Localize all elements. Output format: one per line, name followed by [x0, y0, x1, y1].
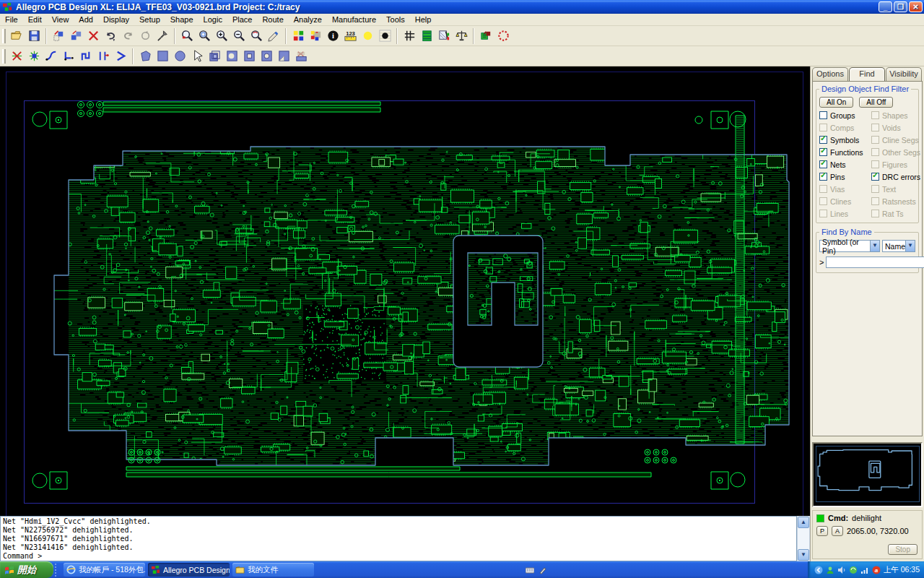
spread-lines-button[interactable] [95, 48, 112, 65]
find-name-input[interactable] [826, 256, 924, 268]
menu-place[interactable]: Place [227, 14, 258, 25]
minimap-canvas[interactable] [815, 445, 920, 503]
pcb-design-canvas[interactable] [0, 66, 810, 516]
void-circle-button[interactable] [258, 48, 275, 65]
void-rect-button[interactable] [240, 48, 258, 65]
task-allegro[interactable]: Allegro PCB Design X... [148, 563, 230, 577]
menu-edit[interactable]: Edit [23, 14, 47, 25]
move-button[interactable] [50, 27, 67, 45]
language-bar[interactable] [526, 566, 547, 574]
menu-manufacture[interactable]: Manufacture [327, 14, 381, 25]
copy-button[interactable] [67, 27, 84, 45]
volume-icon[interactable] [837, 566, 846, 574]
shove-button[interactable] [494, 27, 512, 45]
checkbox-functions[interactable]: ✓Functions [819, 147, 871, 157]
checkbox-text[interactable]: ✓Text [871, 184, 923, 194]
menu-shape[interactable]: Shape [165, 14, 199, 25]
menu-route[interactable]: Route [257, 14, 288, 25]
select-shape-button[interactable] [188, 48, 206, 65]
menu-add[interactable]: Add [74, 14, 98, 25]
menu-file[interactable]: File [0, 14, 23, 25]
pcb-layout[interactable] [0, 66, 810, 516]
checkbox-symbols[interactable]: ✓Symbols [819, 135, 871, 144]
console-command-prompt[interactable]: Command > [3, 552, 794, 561]
title-bar[interactable]: Allegro PCB Design XL: ELIJA_TFE03_V03-0… [0, 0, 924, 14]
vertex-button[interactable] [60, 48, 77, 65]
task-browser[interactable]: 我的帳戶 - 518外包... [64, 563, 145, 577]
menu-logic[interactable]: Logic [199, 14, 227, 25]
color-brush-button[interactable] [265, 27, 282, 45]
zoom-fit-button[interactable] [196, 27, 213, 45]
scroll-up-arrow[interactable]: ▲ [798, 517, 809, 528]
task-my-documents[interactable]: 我的文件 [232, 563, 314, 577]
menu-analyze[interactable]: Analyze [289, 14, 327, 25]
menu-tools[interactable]: Tools [381, 14, 410, 25]
slide-button[interactable] [77, 48, 95, 65]
delete-button[interactable] [84, 27, 102, 45]
shape-edit-boundary-button[interactable] [275, 48, 292, 65]
checkbox-shapes[interactable]: ✓Shapes [871, 111, 923, 120]
checkbox-comps[interactable]: ✓Comps [819, 123, 871, 132]
color-priority-button[interactable] [307, 27, 324, 45]
console-scrollbar[interactable]: ▲ ▼ [797, 516, 810, 561]
shape-circle-button[interactable] [171, 48, 188, 65]
tab-visibility[interactable]: Visibility [886, 67, 922, 81]
shadow-mode-button[interactable] [435, 27, 453, 45]
update-ball-icon[interactable] [849, 566, 858, 574]
unrats-all-button[interactable] [8, 48, 25, 65]
redo-button[interactable] [119, 27, 136, 45]
menu-display[interactable]: Display [98, 14, 134, 25]
minimize-button[interactable]: _ [879, 1, 892, 12]
zoom-out-button[interactable] [230, 27, 248, 45]
find-mode-dropdown[interactable]: Name ▼ [882, 240, 915, 252]
checkbox-other-segs[interactable]: ✓Other Segs [871, 147, 923, 157]
antivirus-icon[interactable]: a [872, 566, 881, 574]
checkbox-rat-ts[interactable]: ✓Rat Ts [871, 209, 923, 218]
layers-button[interactable] [418, 27, 435, 45]
undo-button[interactable] [102, 27, 119, 45]
board-minimap[interactable] [812, 442, 923, 507]
refresh-button[interactable] [136, 27, 154, 45]
void-polygon-button[interactable] [223, 48, 240, 65]
measure-button[interactable]: 123 [341, 27, 359, 45]
dehighlight-button[interactable] [376, 27, 393, 45]
menu-help[interactable]: Help [410, 14, 437, 25]
rats-net-button[interactable] [25, 48, 43, 65]
checkbox-vias[interactable]: ✓Vias [819, 184, 871, 194]
all-off-button[interactable]: All Off [859, 97, 893, 108]
menu-view[interactable]: View [47, 14, 74, 25]
find-type-dropdown[interactable]: Symbol (or Pin) ▼ [819, 240, 880, 252]
keyboard-icon[interactable] [526, 566, 534, 574]
chevron-down-icon[interactable]: ▼ [870, 241, 879, 251]
shape-polygon-button[interactable] [136, 48, 154, 65]
zoom-in-button[interactable] [213, 27, 230, 45]
menu-setup[interactable]: Setup [134, 14, 165, 25]
save-button[interactable] [25, 27, 43, 45]
tab-find[interactable]: Find [849, 67, 885, 81]
shape-copy-button[interactable] [206, 48, 223, 65]
all-on-button[interactable]: All On [819, 97, 853, 108]
ime-pen-icon[interactable] [539, 566, 547, 574]
hide-icons-chevron[interactable] [814, 566, 823, 574]
checkbox-figures[interactable]: ✓Figures [871, 160, 923, 169]
custom-route-button[interactable] [112, 48, 129, 65]
checkbox-lines[interactable]: ✓Lines [819, 209, 871, 218]
tab-options[interactable]: Options [812, 67, 848, 81]
checkbox-nets[interactable]: ✓Nets [819, 160, 871, 169]
checkbox-drc-errors[interactable]: ✓DRC errors [871, 172, 923, 181]
shape-delete-islands-button[interactable] [292, 48, 310, 65]
add-connect-button[interactable] [43, 48, 60, 65]
checkbox-cline-segs[interactable]: ✓Cline Segs [871, 135, 923, 144]
network-signal-icon[interactable] [860, 566, 869, 574]
color-dialog-button[interactable] [289, 27, 307, 45]
start-button[interactable]: 開始 [0, 561, 53, 578]
restore-button[interactable]: ❐ [894, 1, 907, 12]
toolbar-grip-2[interactable] [2, 49, 6, 64]
pin-button[interactable] [154, 27, 171, 45]
command-console[interactable]: Net "Hdmi_1V2_Cvcc" dehighlighted. Net "… [0, 516, 797, 561]
checkbox-pins[interactable]: ✓Pins [819, 172, 871, 181]
close-button[interactable]: ✕ [909, 1, 923, 12]
scroll-down-arrow[interactable]: ▼ [798, 549, 809, 561]
open-file-button[interactable] [8, 27, 25, 45]
messenger-icon[interactable] [826, 566, 834, 574]
